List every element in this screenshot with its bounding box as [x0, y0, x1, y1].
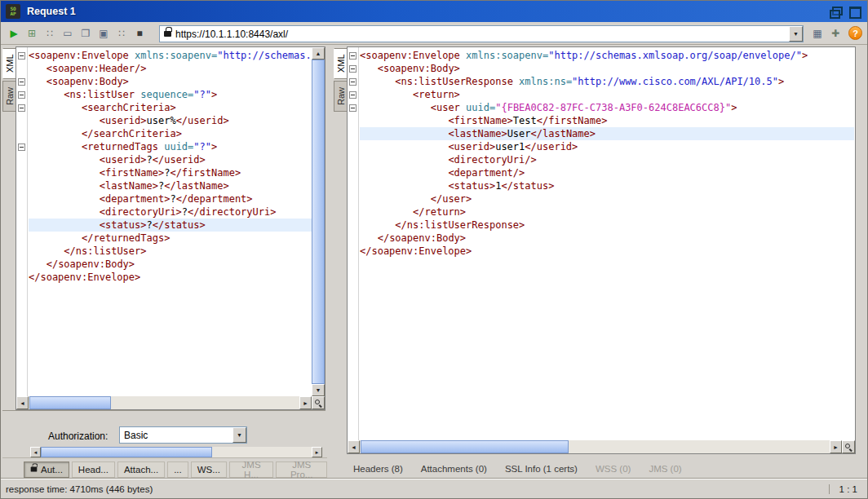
- endpoint-url-input[interactable]: [175, 26, 789, 42]
- xml-token: >: [211, 141, 217, 152]
- endpoint-dropdown-button[interactable]: ▼: [789, 26, 803, 42]
- add-icon[interactable]: ✚: [826, 24, 844, 42]
- help-button[interactable]: ?: [848, 26, 862, 40]
- soapui-request-window: SO AP Request 1 ▶⊞∷▭❐▣∷■ ▼ ▦✚ ? XMLRaw <…: [0, 0, 868, 499]
- xml-token: >: [211, 89, 217, 100]
- request-tab-aut[interactable]: Aut...: [24, 461, 69, 478]
- authorization-type-select[interactable]: Basic ▼: [119, 426, 247, 444]
- restore-window-button[interactable]: [828, 5, 842, 17]
- request-tabs: Aut...Head...Attach......WS...JMS H...JM…: [2, 457, 327, 480]
- request-tab-ws[interactable]: WS...: [191, 461, 227, 478]
- recreate-request-icon[interactable]: ∷: [41, 24, 59, 42]
- titlebar[interactable]: SO AP Request 1: [1, 1, 867, 22]
- scroll-left-button[interactable]: ◄: [30, 447, 41, 457]
- request-tab-xml[interactable]: XML: [2, 48, 16, 79]
- response-tab-headers-8[interactable]: Headers (8): [353, 464, 403, 474]
- horizontal-scrollbar[interactable]: ◄ ►: [16, 396, 312, 409]
- xml-token: </soapenv:Envelope>: [29, 272, 140, 283]
- cancel-button[interactable]: ■: [131, 24, 148, 42]
- fold-toggle-icon[interactable]: [349, 52, 356, 60]
- scroll-left-button[interactable]: ◄: [348, 440, 360, 453]
- fold-gutter-row: [348, 140, 358, 153]
- code-line: <lastName>User</lastName>: [360, 127, 854, 140]
- response-tab-xml[interactable]: XML: [334, 48, 348, 79]
- response-tab-wss-0[interactable]: WSS (0): [596, 464, 631, 474]
- request-tab-raw[interactable]: Raw: [2, 81, 16, 112]
- scroll-up-button[interactable]: ▲: [312, 47, 325, 60]
- fold-toggle-icon[interactable]: [349, 91, 356, 99]
- xml-token: </ns:listUserResponse>: [395, 219, 525, 231]
- submit-button[interactable]: ▶: [5, 24, 23, 42]
- add-to-testcase-icon[interactable]: ⊞: [23, 24, 41, 42]
- fold-toggle-icon[interactable]: [18, 104, 25, 112]
- resubmit-icon[interactable]: ∷: [113, 24, 131, 42]
- request-tab-more[interactable]: ...: [167, 461, 188, 478]
- scroll-right-button[interactable]: ►: [299, 396, 312, 409]
- fold-gutter-row: [16, 140, 27, 153]
- xml-token: <userid>: [100, 115, 147, 126]
- request-tab-attach[interactable]: Attach...: [117, 461, 165, 478]
- horizontal-scroll-thumb[interactable]: [41, 447, 212, 457]
- xml-token: ?: [182, 206, 188, 218]
- code-line: <soapenv:Body>: [360, 62, 854, 75]
- layout-icon[interactable]: ▣: [95, 24, 113, 42]
- horizontal-scrollbar[interactable]: ◄ ►: [348, 440, 842, 453]
- maximize-window-button[interactable]: [847, 5, 861, 17]
- code-line: <directoryUri>?</directoryUri>: [29, 205, 312, 219]
- auth-panel: Authorization: Basic ▼ ◄ ►: [2, 410, 326, 457]
- response-xml-code[interactable]: <soapenv:Envelope xmlns:soapenv="http://…: [360, 47, 854, 440]
- code-line: </ns:listUserResponse>: [360, 219, 854, 232]
- response-tab-raw[interactable]: Raw: [334, 81, 348, 112]
- editor-zoom-button[interactable]: [312, 396, 325, 409]
- xml-token: </firstName>: [170, 167, 241, 179]
- fold-toggle-icon[interactable]: [18, 78, 25, 86]
- request-tab-label: Head...: [78, 465, 108, 475]
- fold-toggle-icon[interactable]: [349, 104, 356, 112]
- response-xml-editor[interactable]: <soapenv:Envelope xmlns:soapenv="http://…: [347, 46, 856, 454]
- code-line: <user uuid="{FBEA0C82-87FC-C738-A3F0-624…: [360, 101, 854, 114]
- fold-toggle-icon[interactable]: [18, 91, 25, 99]
- request-tab-jms-h[interactable]: JMS H...: [229, 461, 273, 478]
- response-tab-ssl-info-1-certs[interactable]: SSL Info (1 certs): [505, 464, 578, 474]
- fold-gutter-row: [16, 88, 27, 101]
- scroll-right-button[interactable]: ►: [830, 440, 842, 453]
- xml-token: </lastName>: [531, 128, 596, 139]
- xml-token: </userid>: [176, 115, 229, 126]
- icon-text: AP: [10, 11, 16, 16]
- xml-token: "?": [193, 89, 211, 100]
- xml-token: <soapenv:Envelope: [29, 50, 135, 61]
- fold-toggle-icon[interactable]: [349, 65, 356, 73]
- new-window-icon[interactable]: ▭: [59, 24, 77, 42]
- xml-token: </soapenv:Envelope>: [360, 245, 472, 257]
- editor-zoom-button[interactable]: [842, 440, 855, 453]
- fold-gutter-row: [16, 166, 27, 179]
- xml-token: <ns:listUserResponse: [395, 76, 519, 87]
- copy-window-icon[interactable]: ❐: [77, 24, 95, 42]
- scroll-right-button[interactable]: ►: [312, 447, 322, 457]
- scroll-down-button[interactable]: ▼: [312, 384, 325, 396]
- request-xml-code[interactable]: <soapenv:Envelope xmlns:soapenv="http://…: [29, 47, 312, 396]
- horizontal-scroll-thumb[interactable]: [361, 440, 569, 453]
- response-tab-attachments-0[interactable]: Attachments (0): [421, 464, 487, 474]
- auth-panel-scrollbar[interactable]: ◄ ►: [30, 447, 322, 457]
- request-tab-head[interactable]: Head...: [72, 461, 115, 478]
- fold-gutter-row: [348, 101, 358, 114]
- fold-toggle-icon[interactable]: [349, 78, 356, 86]
- endpoint-combo[interactable]: ▼: [159, 25, 804, 42]
- xml-token: </user>: [431, 193, 472, 205]
- vertical-scrollbar[interactable]: ▲ ▼: [312, 47, 325, 396]
- horizontal-scroll-thumb[interactable]: [29, 396, 111, 409]
- request-xml-editor[interactable]: <soapenv:Envelope xmlns:soapenv="http://…: [16, 46, 326, 410]
- code-line: </ns:listUser>: [29, 245, 312, 258]
- code-line: <returnedTags uuid="?">: [29, 140, 312, 153]
- vertical-scroll-thumb[interactable]: [312, 60, 325, 384]
- response-tab-jms-0[interactable]: JMS (0): [649, 464, 681, 474]
- authorization-dropdown-button[interactable]: ▼: [232, 427, 246, 443]
- scroll-left-button[interactable]: ◄: [16, 396, 29, 409]
- fold-gutter-row: [348, 192, 358, 205]
- fold-toggle-icon[interactable]: [18, 144, 25, 151]
- request-tab-jms-pro[interactable]: JMS Pro...: [276, 461, 327, 478]
- xml-token: <userid>: [100, 154, 147, 166]
- fold-toggle-icon[interactable]: [18, 52, 25, 60]
- export-dropdown-icon[interactable]: ▦: [808, 24, 826, 42]
